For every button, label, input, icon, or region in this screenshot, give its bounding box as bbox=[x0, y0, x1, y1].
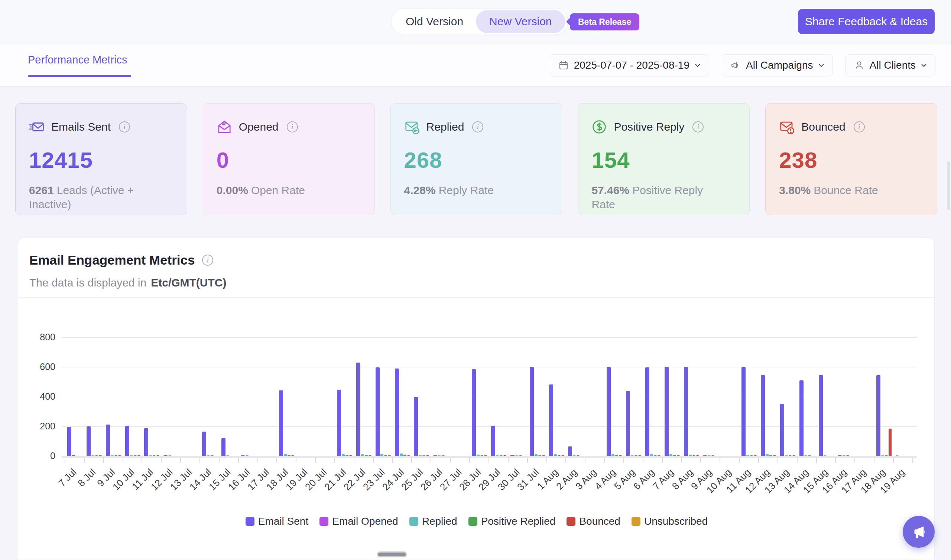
bounced-bar[interactable] bbox=[291, 455, 294, 456]
replied-bar[interactable] bbox=[804, 455, 807, 456]
email-sent-bar[interactable] bbox=[164, 455, 168, 456]
replied-bar[interactable] bbox=[766, 454, 769, 456]
replied-bar[interactable] bbox=[554, 454, 557, 456]
bounced-bar[interactable] bbox=[792, 455, 795, 456]
email-sent-bar[interactable] bbox=[780, 404, 784, 456]
email-sent-bar[interactable] bbox=[395, 369, 399, 456]
version-toggle[interactable]: Old Version New Version bbox=[391, 8, 568, 35]
replied-bar[interactable] bbox=[843, 455, 846, 456]
email-sent-bar[interactable] bbox=[337, 390, 341, 456]
email-sent-bar[interactable] bbox=[279, 391, 283, 456]
bounced-bar[interactable] bbox=[349, 455, 352, 456]
replied-bar[interactable] bbox=[111, 455, 114, 456]
replied-bar[interactable] bbox=[881, 455, 884, 456]
bounced-bar[interactable] bbox=[658, 455, 661, 456]
replied-bar[interactable] bbox=[746, 455, 749, 456]
positive-replied-bar[interactable] bbox=[808, 455, 811, 456]
campaigns-dropdown[interactable]: All Campaigns bbox=[722, 54, 833, 77]
replied-bar[interactable] bbox=[496, 455, 499, 456]
email-sent-bar[interactable] bbox=[67, 427, 71, 456]
positive-replied-bar[interactable] bbox=[673, 455, 676, 456]
email-sent-bar[interactable] bbox=[491, 426, 495, 456]
positive-replied-bar[interactable] bbox=[95, 455, 98, 456]
positive-replied-bar[interactable] bbox=[422, 455, 425, 456]
new-version-button[interactable]: New Version bbox=[476, 10, 565, 33]
bounced-bar[interactable] bbox=[638, 455, 641, 456]
replied-bar[interactable] bbox=[708, 455, 711, 456]
replied-bar[interactable] bbox=[245, 455, 249, 456]
positive-replied-bar[interactable] bbox=[769, 455, 772, 456]
email-sent-bar[interactable] bbox=[819, 375, 823, 456]
positive-replied-bar[interactable] bbox=[346, 455, 349, 456]
email-sent-bar[interactable] bbox=[356, 363, 360, 456]
email-sent-bar[interactable] bbox=[472, 369, 476, 456]
positive-replied-bar[interactable] bbox=[635, 455, 638, 456]
email-sent-bar[interactable] bbox=[684, 367, 688, 456]
email-sent-bar[interactable] bbox=[106, 425, 110, 456]
email-sent-bar[interactable] bbox=[838, 455, 842, 456]
positive-replied-bar[interactable] bbox=[480, 455, 483, 456]
email-sent-bar[interactable] bbox=[510, 455, 514, 456]
positive-replied-bar[interactable] bbox=[557, 455, 560, 456]
legend-item-unsubscribed[interactable]: Unsubscribed bbox=[631, 515, 708, 527]
bounced-bar[interactable] bbox=[754, 455, 757, 456]
info-icon[interactable]: i bbox=[692, 122, 704, 132]
replied-bar[interactable] bbox=[477, 455, 480, 456]
email-sent-bar[interactable] bbox=[761, 375, 765, 456]
positive-replied-bar[interactable] bbox=[577, 455, 579, 456]
bounced-bar[interactable] bbox=[118, 455, 121, 456]
replied-bar[interactable] bbox=[824, 455, 826, 456]
positive-replied-bar[interactable] bbox=[287, 455, 290, 456]
bounced-bar[interactable] bbox=[369, 455, 372, 456]
replied-bar[interactable] bbox=[342, 454, 345, 456]
bounced-bar[interactable] bbox=[388, 455, 391, 456]
replied-bar[interactable] bbox=[631, 455, 634, 456]
positive-replied-bar[interactable] bbox=[114, 455, 117, 456]
clients-dropdown[interactable]: All Clients bbox=[846, 54, 936, 77]
positive-replied-bar[interactable] bbox=[789, 455, 792, 456]
replied-bar[interactable] bbox=[534, 454, 537, 456]
legend-item-email-opened[interactable]: Email Opened bbox=[320, 515, 398, 527]
bounced-bar[interactable] bbox=[503, 455, 506, 456]
email-sent-bar[interactable] bbox=[221, 438, 225, 456]
date-range-picker[interactable]: 2025-07-07 - 2025-08-19 bbox=[550, 54, 709, 77]
replied-bar[interactable] bbox=[895, 455, 899, 456]
share-feedback-button[interactable]: Share Feedback & Ideas bbox=[798, 9, 935, 34]
replied-bar[interactable] bbox=[669, 454, 672, 456]
bounced-bar[interactable] bbox=[889, 429, 892, 456]
positive-replied-bar[interactable] bbox=[403, 455, 406, 456]
email-sent-bar[interactable] bbox=[665, 367, 668, 456]
replied-bar[interactable] bbox=[130, 455, 133, 456]
email-sent-bar[interactable] bbox=[607, 367, 611, 456]
old-version-button[interactable]: Old Version bbox=[402, 15, 476, 28]
positive-replied-bar[interactable] bbox=[442, 455, 445, 456]
email-sent-bar[interactable] bbox=[568, 446, 572, 456]
bounced-bar[interactable] bbox=[484, 455, 487, 456]
email-sent-bar[interactable] bbox=[241, 455, 245, 456]
email-sent-bar[interactable] bbox=[800, 380, 804, 456]
replied-bar[interactable] bbox=[168, 455, 171, 456]
bounced-bar[interactable] bbox=[696, 455, 699, 456]
bounced-bar[interactable] bbox=[561, 455, 564, 456]
positive-replied-bar[interactable] bbox=[365, 455, 368, 456]
replied-bar[interactable] bbox=[438, 455, 441, 456]
bounced-bar[interactable] bbox=[619, 455, 622, 456]
bounced-bar[interactable] bbox=[542, 455, 545, 456]
bounced-bar[interactable] bbox=[677, 455, 680, 456]
email-sent-bar[interactable] bbox=[202, 432, 206, 456]
positive-replied-bar[interactable] bbox=[153, 455, 156, 456]
positive-replied-bar[interactable] bbox=[712, 455, 714, 456]
replied-bar[interactable] bbox=[785, 455, 788, 456]
positive-replied-bar[interactable] bbox=[846, 455, 849, 456]
positive-replied-bar[interactable] bbox=[519, 455, 522, 456]
email-sent-bar[interactable] bbox=[741, 367, 746, 456]
bounced-bar[interactable] bbox=[72, 455, 75, 456]
positive-replied-bar[interactable] bbox=[384, 455, 387, 456]
legend-item-replied[interactable]: Replied bbox=[409, 515, 457, 527]
legend-item-bounced[interactable]: Bounced bbox=[567, 515, 621, 527]
replied-bar[interactable] bbox=[650, 454, 653, 456]
bounced-bar[interactable] bbox=[156, 455, 159, 456]
announcements-fab[interactable] bbox=[903, 516, 935, 548]
horizontal-scrollbar-thumb[interactable] bbox=[377, 551, 407, 557]
replied-bar[interactable] bbox=[515, 455, 518, 456]
